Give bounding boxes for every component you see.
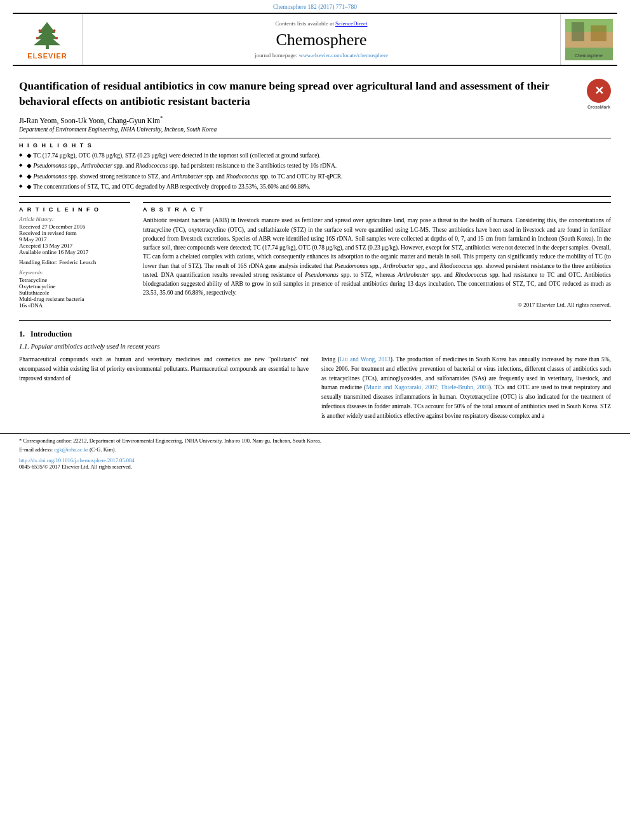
journal-thumbnail: Chemosphere	[560, 14, 617, 65]
corresponding-sup: *	[160, 115, 163, 121]
keywords-label: Keywords:	[19, 269, 130, 276]
homepage-link[interactable]: www.elsevier.com/locate/chemosphere	[299, 52, 388, 58]
cite-munir[interactable]: Munir and Xagoraraki, 2007; Thiele-Bruhn…	[366, 384, 489, 390]
svg-point-5	[53, 29, 56, 32]
available-date: Available online 16 May 2017	[19, 249, 130, 255]
svg-rect-13	[591, 25, 607, 41]
cite-liu-wong[interactable]: Liu and Wong, 2013	[340, 356, 391, 363]
intro-left-text: Pharmaceutical compounds such as human a…	[19, 355, 309, 383]
svg-marker-3	[34, 34, 60, 45]
sciencedirect-link[interactable]: ScienceDirect	[335, 20, 367, 27]
corresponding-footnote: * Corresponding author: 22212, Departmen…	[19, 437, 611, 445]
highlights-label: H I G H L I G H T S	[19, 142, 611, 149]
article-info-block: A R T I C L E I N F O Article history: R…	[19, 202, 130, 309]
cover-image: Chemosphere	[565, 19, 613, 60]
keyword-3: Sulfathiazole	[19, 290, 130, 296]
handling-editor-text: Handling Editor: Frederic Leusch	[19, 259, 130, 265]
divider-2	[19, 196, 611, 197]
crossmark-label: CrossMark	[587, 104, 610, 110]
svg-point-4	[39, 29, 41, 32]
intro-body-columns: Pharmaceutical compounds such as human a…	[19, 355, 611, 420]
authors-text: Ji-Ran Yeom, Soon-Uk Yoon, Chang-Gyun Ki…	[19, 117, 160, 124]
info-abstract-columns: A R T I C L E I N F O Article history: R…	[19, 202, 611, 312]
highlight-item-3: ◆ Pseudomonas spp. showed strong resista…	[19, 173, 611, 181]
abstract-text: Antibiotic resistant bacteria (ARB) in l…	[143, 216, 611, 297]
svg-point-6	[36, 36, 39, 39]
keyword-5: 16s rDNA	[19, 302, 130, 309]
keyword-4: Multi-drug resistant bacteria	[19, 296, 130, 302]
received-revised-label: Received in revised form	[19, 230, 130, 236]
journal-citation: Chemosphere 182 (2017) 771–780	[273, 4, 357, 10]
handling-editor-group: Handling Editor: Frederic Leusch	[19, 259, 130, 265]
history-label: Article history:	[19, 216, 130, 222]
intro-right-text: living (Liu and Wong, 2013). The product…	[321, 355, 611, 420]
email-footnote: E-mail address: cgk@inha.ac.kr (C-G. Kim…	[19, 446, 611, 454]
section-1-title: Introduction	[30, 330, 72, 338]
keyword-2: Oxytetracycline	[19, 283, 130, 290]
highlight-item-4: ◆ The concentrations of STZ, TC, and OTC…	[19, 183, 611, 191]
issn-line: 0045-6535/© 2017 Elsevier Ltd. All right…	[19, 463, 611, 470]
main-content: Quantification of residual antibiotics i…	[0, 66, 630, 427]
introduction-section: 1. Introduction 1.1. Popular antibiotics…	[19, 330, 611, 420]
svg-rect-12	[572, 22, 584, 41]
subsection-1-1-title: 1.1. Popular antibiotics actively used i…	[19, 343, 611, 350]
section-1-number: 1.	[19, 330, 25, 338]
article-title-block: Quantification of residual antibiotics i…	[19, 79, 611, 109]
homepage-line: journal homepage: www.elsevier.com/locat…	[255, 52, 388, 58]
divider-1	[19, 138, 611, 138]
article-history-group: Article history: Received 27 December 20…	[19, 216, 130, 255]
received-date: Received 27 December 2016	[19, 223, 130, 230]
article-info-column: A R T I C L E I N F O Article history: R…	[19, 202, 130, 312]
revised-date: 9 May 2017	[19, 236, 130, 243]
highlight-item-1: ◆ TC (17.74 μg/kg), OTC (0.78 μg/kg), ST…	[19, 152, 611, 160]
abstract-label: A B S T R A C T	[143, 206, 611, 213]
divider-3	[19, 320, 611, 321]
footnote-area: * Corresponding author: 22212, Departmen…	[0, 433, 630, 470]
elsevier-logo-block: ELSEVIER	[13, 14, 83, 65]
copyright-text: © 2017 Elsevier Ltd. All rights reserved…	[143, 302, 611, 308]
article-title-text: Quantification of residual antibiotics i…	[19, 79, 549, 107]
crossmark-icon: ✕	[587, 79, 611, 103]
section-1-header: 1. Introduction	[19, 330, 611, 339]
accepted-date: Accepted 13 May 2017	[19, 243, 130, 249]
page: Chemosphere 182 (2017) 771–780 ELSEVIER	[0, 0, 630, 840]
sciencedirect-line: Contents lists available at ScienceDirec…	[276, 20, 368, 27]
abstract-column: A B S T R A C T Antibiotic resistant bac…	[143, 202, 611, 312]
doi-link[interactable]: http://dx.doi.org/10.1016/j.chemosphere.…	[19, 457, 134, 463]
journal-header: ELSEVIER Contents lists available at Sci…	[13, 13, 617, 66]
svg-point-7	[55, 36, 58, 39]
article-info-label: A R T I C L E I N F O	[19, 206, 130, 213]
health-word: health	[469, 217, 484, 223]
keyword-1: Tetracycline	[19, 277, 130, 283]
highlights-section: H I G H L I G H T S ◆ TC (17.74 μg/kg), …	[19, 142, 611, 191]
affiliation-text: Department of Environment Engineering, I…	[19, 126, 611, 133]
journal-name-heading: Chemosphere	[276, 30, 367, 50]
intro-right-col: living (Liu and Wong, 2013). The product…	[321, 355, 611, 420]
journal-center-block: Contents lists available at ScienceDirec…	[83, 14, 560, 65]
email-link[interactable]: cgk@inha.ac.kr	[54, 446, 88, 453]
svg-text:Chemosphere: Chemosphere	[575, 53, 603, 58]
crossmark-badge[interactable]: ✕ CrossMark	[587, 79, 611, 110]
top-citation-bar: Chemosphere 182 (2017) 771–780	[0, 0, 630, 13]
authors-line: Ji-Ran Yeom, Soon-Uk Yoon, Chang-Gyun Ki…	[19, 115, 611, 124]
highlight-item-2: ◆ Pseudomonas spp., Arthrobacter spp. an…	[19, 162, 611, 170]
intro-left-col: Pharmaceutical compounds such as human a…	[19, 355, 309, 420]
elsevier-tree-icon	[27, 20, 68, 50]
elsevier-name: ELSEVIER	[27, 52, 67, 60]
keywords-group: Keywords: Tetracycline Oxytetracycline S…	[19, 269, 130, 309]
abstract-block: A B S T R A C T Antibiotic resistant bac…	[143, 202, 611, 307]
